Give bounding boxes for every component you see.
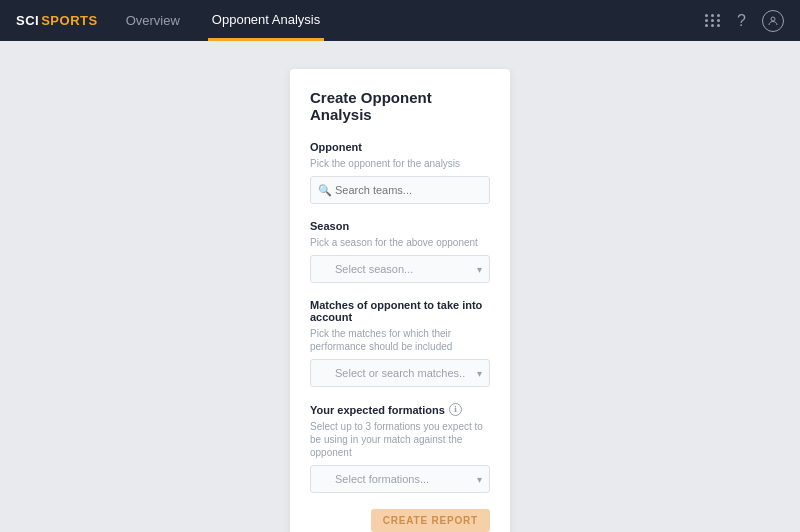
- formations-select[interactable]: Select formations...: [310, 465, 490, 493]
- top-navbar: SCISPORTS Overview Opponent Analysis ?: [0, 0, 800, 41]
- opponent-section: Opponent Pick the opponent for the analy…: [310, 141, 490, 204]
- svg-point-0: [771, 17, 775, 21]
- matches-section: Matches of opponent to take into account…: [310, 299, 490, 387]
- matches-hint: Pick the matches for which their perform…: [310, 327, 490, 353]
- form-footer: CREATE REPORT: [310, 509, 490, 532]
- season-label: Season: [310, 220, 490, 232]
- info-icon[interactable]: ℹ: [449, 403, 462, 416]
- form-title: Create Opponent Analysis: [310, 89, 490, 123]
- form-card: Create Opponent Analysis Opponent Pick t…: [290, 69, 510, 532]
- logo-sports: SPORTS: [41, 13, 97, 28]
- formations-select-wrapper: 🔍 Select formations... ▾: [310, 465, 490, 493]
- logo-sci: SCI: [16, 13, 39, 28]
- formations-label-row: Your expected formations ℹ: [310, 403, 490, 416]
- season-section: Season Pick a season for the above oppon…: [310, 220, 490, 283]
- formations-section: Your expected formations ℹ Select up to …: [310, 403, 490, 493]
- opponent-search-input[interactable]: [310, 176, 490, 204]
- nav-item-overview[interactable]: Overview: [122, 0, 184, 41]
- season-hint: Pick a season for the above opponent: [310, 236, 490, 249]
- grid-icon[interactable]: [705, 14, 721, 27]
- nav-right: ?: [705, 10, 784, 32]
- logo: SCISPORTS: [16, 13, 98, 28]
- season-select-wrapper: 🔍 Select season... ▾: [310, 255, 490, 283]
- help-icon[interactable]: ?: [737, 12, 746, 30]
- matches-select[interactable]: Select or search matches...: [310, 359, 490, 387]
- create-report-button[interactable]: CREATE REPORT: [371, 509, 490, 532]
- nav-item-opponent-analysis[interactable]: Opponent Analysis: [208, 0, 324, 41]
- matches-select-wrapper: 🔍 Select or search matches... ▾: [310, 359, 490, 387]
- season-select[interactable]: Select season...: [310, 255, 490, 283]
- opponent-input-wrapper: 🔍: [310, 176, 490, 204]
- formations-label: Your expected formations: [310, 404, 445, 416]
- matches-label: Matches of opponent to take into account: [310, 299, 490, 323]
- opponent-label: Opponent: [310, 141, 490, 153]
- main-content: Create Opponent Analysis Opponent Pick t…: [0, 41, 800, 532]
- opponent-hint: Pick the opponent for the analysis: [310, 157, 490, 170]
- user-icon[interactable]: [762, 10, 784, 32]
- formations-hint: Select up to 3 formations you expect to …: [310, 420, 490, 459]
- nav-left: SCISPORTS Overview Opponent Analysis: [16, 0, 324, 41]
- search-icon: 🔍: [318, 184, 332, 197]
